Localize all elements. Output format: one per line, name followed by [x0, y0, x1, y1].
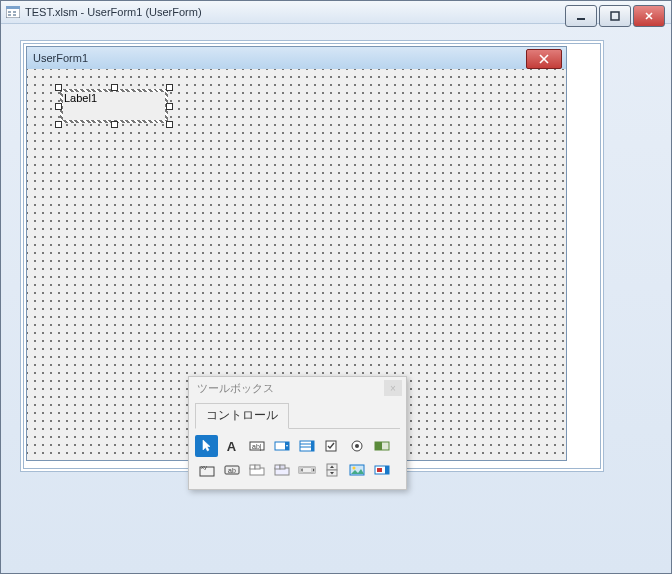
tool-optionbutton[interactable] [345, 435, 368, 457]
svg-rect-6 [577, 18, 585, 20]
outer-window-controls [565, 5, 665, 27]
tool-scrollbar[interactable] [295, 459, 318, 481]
tab-controls[interactable]: コントロール [195, 403, 289, 429]
maximize-button[interactable] [599, 5, 631, 27]
toolbox-tools: A ab| xy ab [189, 429, 406, 489]
svg-rect-26 [250, 465, 255, 469]
toolbox-tabs: コントロール [195, 403, 400, 429]
tool-spinbutton[interactable] [320, 459, 343, 481]
svg-rect-7 [611, 12, 619, 20]
svg-point-37 [352, 467, 355, 470]
resize-handle-bm[interactable] [111, 121, 118, 128]
svg-rect-29 [275, 465, 280, 469]
svg-point-18 [355, 444, 359, 448]
userform-close-button[interactable] [526, 49, 562, 69]
tool-tabstrip[interactable] [245, 459, 268, 481]
outer-title: TEST.xlsm - UserForm1 (UserForm) [25, 6, 202, 18]
svg-rect-20 [375, 442, 382, 450]
tool-checkbox[interactable] [320, 435, 343, 457]
svg-rect-4 [8, 14, 11, 16]
resize-handle-tm[interactable] [111, 84, 118, 91]
toolbox-titlebar[interactable]: ツールボックス × [189, 377, 406, 399]
svg-rect-2 [8, 11, 11, 13]
close-button[interactable] [633, 5, 665, 27]
minimize-button[interactable] [565, 5, 597, 27]
toolbox-window[interactable]: ツールボックス × コントロール A ab| xy ab [188, 376, 407, 490]
resize-handle-ml[interactable] [55, 103, 62, 110]
userform-titlebar[interactable]: UserForm1 [27, 47, 566, 70]
tool-multipage[interactable] [270, 459, 293, 481]
tool-textbox[interactable]: ab| [245, 435, 268, 457]
toolbox-close-button[interactable]: × [384, 380, 402, 396]
userform-title: UserForm1 [33, 52, 88, 64]
designer-window: TEST.xlsm - UserForm1 (UserForm) UserFor… [0, 0, 672, 574]
resize-handle-br[interactable] [166, 121, 173, 128]
svg-rect-5 [13, 14, 16, 16]
toolbox-title: ツールボックス [197, 381, 274, 396]
svg-rect-30 [280, 465, 285, 469]
label1-control[interactable]: Label1 [60, 89, 168, 123]
tool-refedit[interactable] [370, 459, 393, 481]
tool-listbox[interactable] [295, 435, 318, 457]
tool-togglebutton[interactable] [370, 435, 393, 457]
resize-handle-tr[interactable] [166, 84, 173, 91]
label1-text: Label1 [64, 92, 97, 104]
svg-rect-39 [385, 466, 389, 474]
tool-frame[interactable]: xy [195, 459, 218, 481]
resize-handle-tl[interactable] [55, 84, 62, 91]
form-icon [5, 4, 21, 20]
resize-handle-mr[interactable] [166, 103, 173, 110]
svg-rect-40 [377, 468, 382, 472]
svg-rect-27 [255, 465, 260, 469]
svg-text:ab|: ab| [252, 443, 262, 451]
tool-label[interactable]: A [220, 435, 243, 457]
resize-handle-bl[interactable] [55, 121, 62, 128]
tool-combobox[interactable] [270, 435, 293, 457]
svg-rect-1 [6, 6, 20, 9]
tool-image[interactable] [345, 459, 368, 481]
svg-rect-15 [311, 441, 314, 451]
tool-commandbutton[interactable]: ab [220, 459, 243, 481]
svg-rect-3 [13, 11, 16, 13]
svg-text:xy: xy [201, 464, 207, 470]
svg-text:ab: ab [228, 467, 236, 474]
tool-pointer[interactable] [195, 435, 218, 457]
